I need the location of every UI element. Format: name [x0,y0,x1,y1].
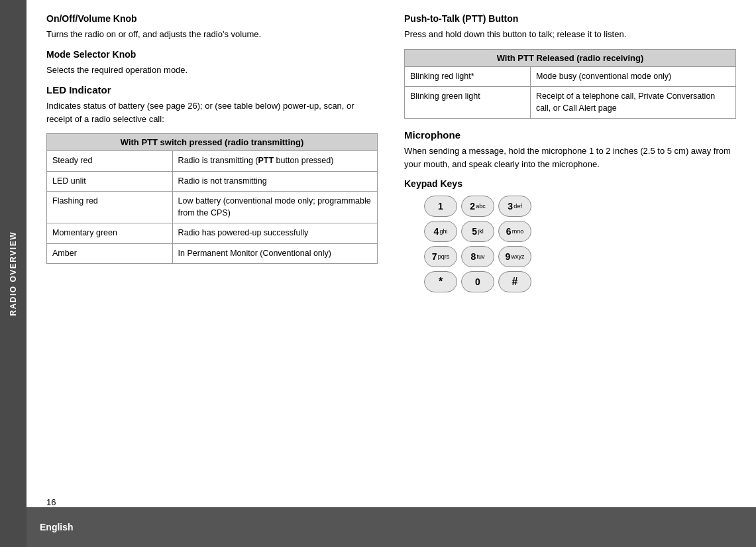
cell-steady-red-value: Radio is transmitting (PTT button presse… [172,151,377,172]
cell-flashing-red-label: Flashing red [47,192,173,223]
para-on-off: Turns the radio on or off, and adjusts t… [46,28,378,41]
keypad: 1 2abc 3def 4ghi 5jkl 6mno 7pqrs 8tuv 9w… [424,196,736,292]
heading-keypad: Keypad Keys [404,178,736,189]
ptt-released-header: With PTT Released (radio receiving) [405,49,736,66]
cell-amber-label: Amber [47,243,173,264]
cell-led-unlit-label: LED unlit [47,171,173,192]
cell-amber-value: In Permanent Monitor (Conventional only) [172,243,377,264]
heading-microphone: Microphone [404,129,736,141]
key-1[interactable]: 1 [424,196,457,217]
sidebar-label: RADIO OVERVIEW [9,231,18,316]
table-row: Blinking red light* Mode busy (conventio… [405,66,736,87]
cell-led-unlit-value: Radio is not transmitting [172,171,377,192]
ptt-switch-table: With PTT switch pressed (radio transmitt… [46,133,378,264]
table-row: Steady red Radio is transmitting (PTT bu… [47,151,378,172]
cell-momentary-green-value: Radio has powered-up successfully [172,223,377,244]
key-hash[interactable]: # [498,271,531,292]
heading-led: LED Indicator [46,84,378,95]
ptt-released-table: With PTT Released (radio receiving) Blin… [404,49,736,119]
heading-mode-selector: Mode Selector Knob [46,49,378,60]
key-8[interactable]: 8tuv [461,246,494,267]
key-0[interactable]: 0 [461,271,494,292]
para-ptt: Press and hold down this button to talk;… [404,28,736,41]
page-number: 16 [46,497,56,507]
table-row: Amber In Permanent Monitor (Conventional… [47,243,378,264]
key-3[interactable]: 3def [498,196,531,217]
sidebar: RADIO OVERVIEW [0,0,27,547]
cell-steady-red-label: Steady red [47,151,173,172]
content-area: On/Off/Volume Knob Turns the radio on or… [27,0,756,481]
table-row: Blinking green light Receipt of a teleph… [405,87,736,119]
bottom-bar: English [27,507,756,547]
left-column: On/Off/Volume Knob Turns the radio on or… [46,13,378,474]
language-label: English [40,522,74,532]
key-7[interactable]: 7pqrs [424,246,457,267]
cell-blinking-red-value: Mode busy (conventional mode only) [531,66,736,87]
para-led: Indicates status of battery (see page 26… [46,99,378,125]
cell-flashing-red-value: Low battery (conventional mode only; pro… [172,192,377,223]
key-star[interactable]: * [424,271,457,292]
heading-on-off: On/Off/Volume Knob [46,13,378,24]
heading-ptt: Push-to-Talk (PTT) Button [404,13,736,24]
table-row: Flashing red Low battery (conventional m… [47,192,378,223]
key-6[interactable]: 6mno [498,221,531,242]
cell-blinking-red-label: Blinking red light* [405,66,531,87]
para-mode-selector: Selects the required operation mode. [46,64,378,77]
key-5[interactable]: 5jkl [461,221,494,242]
cell-blinking-green-value: Receipt of a telephone call, Private Con… [531,87,736,119]
para-microphone: When sending a message, hold the microph… [404,145,736,170]
key-2[interactable]: 2abc [461,196,494,217]
table-row: Momentary green Radio has powered-up suc… [47,223,378,244]
key-4[interactable]: 4ghi [424,221,457,242]
cell-momentary-green-label: Momentary green [47,223,173,244]
cell-blinking-green-label: Blinking green light [405,87,531,119]
right-column: Push-to-Talk (PTT) Button Press and hold… [404,13,736,474]
ptt-switch-header: With PTT switch pressed (radio transmitt… [47,134,378,151]
footer: 16 [27,481,756,507]
main-content: On/Off/Volume Knob Turns the radio on or… [27,0,756,547]
key-9[interactable]: 9wxyz [498,246,531,267]
table-row: LED unlit Radio is not transmitting [47,171,378,192]
